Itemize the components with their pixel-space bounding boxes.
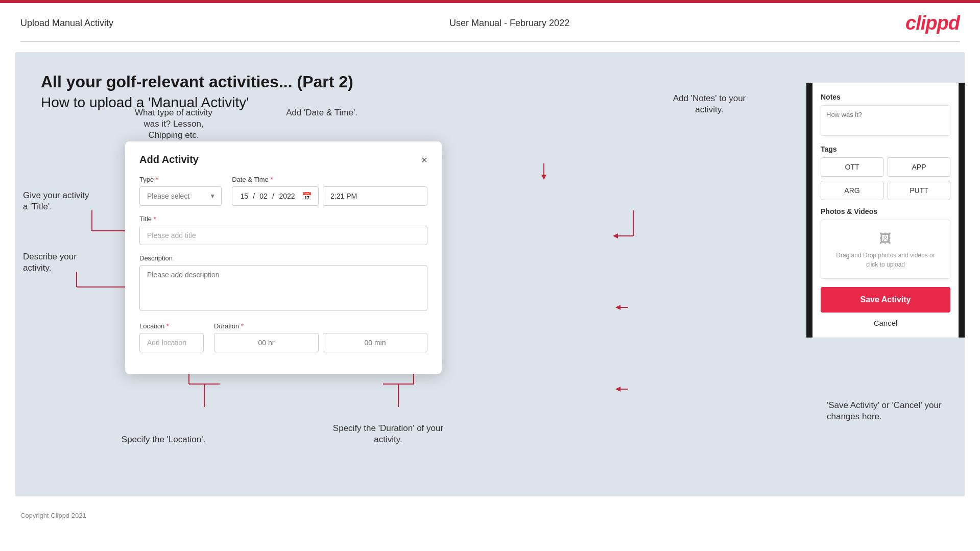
annotation-type: What type of activity was it? Lesson, Ch… (128, 107, 220, 141)
tags-grid: OTT APP ARG PUTT (821, 157, 950, 200)
date-label: Date & Time * (232, 176, 427, 183)
time-input[interactable] (323, 186, 427, 206)
annotation-title: Give your activity a 'Title'. (23, 190, 94, 212)
type-date-row: Type * Please select ▼ Date & Time * / (139, 176, 427, 206)
svg-marker-28 (615, 305, 620, 310)
close-button[interactable]: × (421, 155, 427, 165)
copyright-text: Copyright Clippd 2021 (20, 512, 86, 519)
date-day-input[interactable] (238, 192, 250, 200)
modal-header: Add Activity × (139, 154, 427, 165)
footer: Copyright Clippd 2021 (0, 507, 980, 524)
duration-group: Duration * (214, 322, 427, 352)
duration-min-input[interactable] (323, 333, 427, 352)
header: Upload Manual Activity User Manual - Feb… (0, 3, 980, 41)
svg-marker-26 (613, 233, 618, 238)
svg-marker-23 (541, 175, 546, 180)
svg-marker-30 (615, 387, 620, 392)
date-month-input[interactable] (258, 192, 269, 200)
annotation-datetime: Add 'Date & Time'. (281, 107, 363, 118)
logo: clippd (905, 12, 960, 34)
annotation-save: 'Save Activity' or 'Cancel' your changes… (827, 400, 954, 422)
tag-ott[interactable]: OTT (821, 157, 883, 177)
notes-section-label: Notes (821, 93, 950, 101)
annotation-duration: Specify the 'Duration' of your activity. (332, 423, 444, 445)
type-select-wrapper: Please select ▼ (139, 186, 222, 206)
location-label: Location * (139, 322, 204, 330)
date-group: Date & Time * / / 📅 (232, 176, 427, 206)
location-duration-row: Location * Duration * (139, 322, 427, 352)
tags-section-label: Tags (821, 145, 950, 153)
calendar-icon: 📅 (302, 191, 312, 201)
location-input[interactable] (139, 333, 204, 352)
title-input[interactable] (139, 226, 427, 245)
annotation-location: Specify the 'Location'. (117, 434, 209, 445)
title-field-label: Title * (139, 215, 427, 223)
tag-putt[interactable]: PUTT (888, 181, 950, 200)
phone-panel: Notes Tags OTT APP ARG PUTT Photos & Vid… (806, 83, 965, 338)
annotation-desc: Describe your activity. (23, 251, 89, 274)
location-group: Location * (139, 322, 204, 352)
phone-panel-inner: Notes Tags OTT APP ARG PUTT Photos & Vid… (821, 93, 950, 327)
type-select[interactable]: Please select (139, 186, 222, 206)
date-input-group[interactable]: / / 📅 (232, 186, 319, 206)
desc-group: Description (139, 254, 427, 313)
save-activity-button[interactable]: Save Activity (821, 287, 950, 313)
notes-input[interactable] (821, 105, 950, 136)
title-group: Title * (139, 215, 427, 245)
header-divider (20, 41, 960, 42)
photos-section-label: Photos & Videos (821, 207, 950, 215)
tag-arg[interactable]: ARG (821, 181, 883, 200)
annotation-notes: Add 'Notes' to your activity. (658, 93, 760, 115)
desc-label: Description (139, 254, 427, 262)
cancel-link[interactable]: Cancel (821, 319, 950, 327)
duration-hr-input[interactable] (214, 333, 319, 352)
page-title: Upload Manual Activity (20, 18, 113, 29)
type-group: Type * Please select ▼ (139, 176, 222, 206)
date-year-input[interactable] (277, 192, 297, 200)
desc-textarea[interactable] (139, 265, 427, 311)
add-activity-modal: Add Activity × Type * Please select ▼ Da… (125, 141, 442, 374)
photos-hint: Drag and Drop photos and videos or click… (830, 251, 941, 269)
photo-icon: 🖼 (830, 229, 941, 248)
duration-label: Duration * (214, 322, 427, 330)
type-label: Type * (139, 176, 222, 183)
section-title: All your golf-relevant activities... (Pa… (41, 73, 939, 91)
modal-title: Add Activity (139, 154, 199, 165)
photos-upload-area[interactable]: 🖼 Drag and Drop photos and videos or cli… (821, 220, 950, 279)
tag-app[interactable]: APP (888, 157, 950, 177)
duration-inputs (214, 333, 427, 352)
main-content: All your golf-relevant activities... (Pa… (15, 52, 965, 496)
manual-title: User Manual - February 2022 (449, 18, 569, 29)
